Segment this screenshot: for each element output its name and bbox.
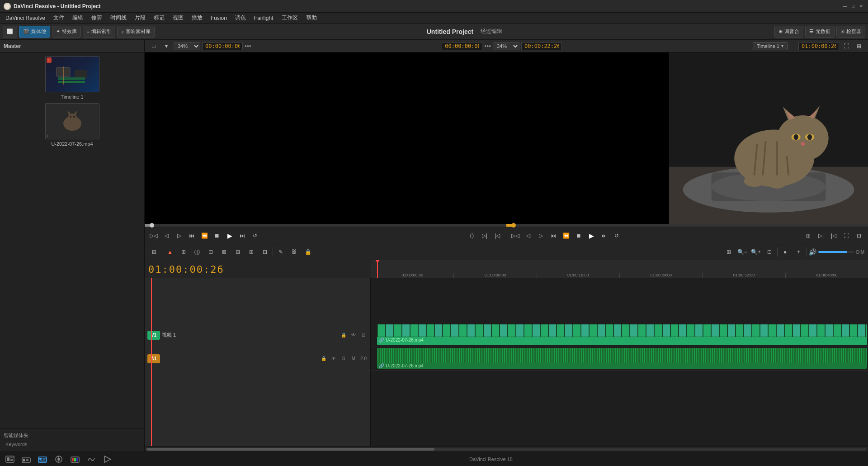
source-step-back[interactable]: ⏪ [199, 230, 210, 241]
tl-plus-btn[interactable]: + [793, 246, 805, 258]
source-extract-btn[interactable]: ⟨⟩ [467, 230, 477, 241]
effects-btn[interactable]: ✦ 特效库 [52, 26, 81, 38]
tl-slip-tool[interactable]: ⊠ [218, 246, 230, 258]
source-progress-handle[interactable] [150, 223, 154, 228]
program-play[interactable]: ▶ [586, 230, 597, 241]
program-stop[interactable]: ⏹ [573, 230, 584, 241]
v1-lock-btn[interactable]: 🔒 [340, 331, 348, 339]
source-stop[interactable]: ⏹ [212, 230, 222, 241]
tl-zoom-out[interactable]: 🔍− [736, 246, 748, 258]
tl-cursor-mode[interactable]: ● [779, 246, 791, 258]
source-progress-bar[interactable] [145, 224, 506, 227]
video-clip-v1[interactable]: 🔗 U-2022-07-26.mp4 [377, 324, 867, 345]
menu-edit[interactable]: 编辑 [69, 13, 87, 23]
a1-eye-btn[interactable]: 👁 [330, 355, 338, 363]
source-nav-right[interactable]: ▷ [174, 230, 184, 241]
statusbar-fairlight-icon[interactable] [85, 453, 98, 466]
edit-index-btn[interactable]: ≡ 编辑索引 [83, 26, 115, 38]
source-timecode-input[interactable] [202, 42, 243, 50]
tl-trim-tool[interactable]: ⊞ [178, 246, 189, 258]
source-in-out-btn[interactable]: ▷◁ [148, 230, 159, 241]
program-out-btn[interactable]: ⊞ [803, 230, 814, 241]
program-skip-back[interactable]: ⏮ [548, 230, 559, 241]
program-zoom-select[interactable]: 34%50%100% [493, 42, 519, 50]
tl-link-btn[interactable]: ⛓ [288, 246, 300, 258]
menu-timeline[interactable]: 时间线 [107, 13, 130, 23]
audio-clip-a1[interactable]: 🔗 U-2022-07-26.mp4 [377, 348, 867, 369]
inspector-btn[interactable]: ⊡ 检查器 [836, 26, 865, 38]
tl-edit-mode[interactable]: ✎ [275, 246, 287, 258]
maximize-button[interactable]: □ [850, 3, 856, 10]
source-monitor-type-btn[interactable]: □ [148, 41, 159, 52]
tl-blade-tool[interactable]: ⊡ [205, 246, 217, 258]
program-more-btn[interactable]: ••• [484, 43, 491, 50]
statusbar-color-icon[interactable] [69, 453, 81, 466]
tl-select-tool[interactable]: ▲ [164, 246, 176, 258]
a1-s-btn[interactable]: S [340, 355, 348, 363]
minimize-button[interactable]: — [842, 3, 848, 10]
media-item-timeline[interactable]: T Timeline 1 [4, 56, 141, 100]
menu-workspace[interactable]: 工作区 [278, 13, 302, 23]
menu-help[interactable]: 帮助 [302, 13, 321, 23]
program-progress-handle[interactable] [511, 223, 516, 228]
source-first-frame[interactable]: |◁ [492, 230, 503, 241]
a1-lock-btn[interactable]: 🔒 [320, 355, 328, 363]
window-controls[interactable]: — □ ✕ [842, 3, 864, 10]
program-layout-btn[interactable]: ⊡ [854, 230, 864, 241]
menu-color[interactable]: 调色 [231, 13, 250, 23]
program-first-frame[interactable]: |◁ [828, 230, 839, 241]
menu-mark[interactable]: 标记 [150, 13, 168, 23]
statusbar-media-icon[interactable] [4, 453, 16, 466]
tl-zoom-fit[interactable]: ⊞ [723, 246, 735, 258]
mixer-btn[interactable]: ⊞ 调音台 [774, 26, 803, 38]
program-nav-left[interactable]: ◁ [523, 230, 533, 241]
program-next-frame[interactable]: ▷| [816, 230, 826, 241]
menu-trim[interactable]: 修剪 [88, 13, 106, 23]
menu-fairlight[interactable]: Fairlight [250, 14, 277, 22]
fullscreen-btn[interactable]: ⛶ [841, 41, 852, 52]
tl-snap-btn[interactable]: ⊟ [148, 246, 160, 258]
menu-clip[interactable]: 片段 [131, 13, 149, 23]
statusbar-fusion-icon[interactable] [52, 453, 65, 466]
program-duration-input[interactable] [521, 42, 562, 50]
volume-slider[interactable] [818, 251, 854, 253]
scrollbar-track[interactable] [146, 448, 866, 451]
tl-zoom-tool[interactable]: ⊡ [764, 246, 775, 258]
program-skip-fwd[interactable]: ⏭ [599, 230, 609, 241]
sound-library-btn[interactable]: ♪ 音响素材库 [117, 26, 155, 38]
scrollbar-thumb[interactable] [146, 448, 434, 451]
monitor-layout-btn[interactable]: ⊞ [854, 41, 864, 52]
menu-play[interactable]: 播放 [188, 13, 206, 23]
tl-dynamic-trim[interactable]: ⟨|⟩ [191, 246, 203, 258]
media-item-video[interactable]: ♪ U-2022-07-26.mp4 [4, 103, 141, 147]
source-loop[interactable]: ↺ [250, 230, 260, 241]
statusbar-edit-icon[interactable] [36, 453, 49, 466]
source-monitor-chevron[interactable]: ▾ [161, 41, 172, 52]
menu-davinci[interactable]: DaVinci Resolve [2, 14, 49, 22]
menu-file[interactable]: 文件 [50, 13, 68, 23]
close-button[interactable]: ✕ [858, 3, 864, 10]
program-timecode-input[interactable] [442, 42, 482, 50]
toolbar-new-btn[interactable]: ⬜ [3, 26, 17, 38]
program-fullscreen[interactable]: ⛶ [841, 230, 852, 241]
tl-ripple-tool[interactable]: ⊡ [259, 246, 271, 258]
a1-m-btn[interactable]: M [349, 355, 358, 363]
source-zoom-select[interactable]: 34%50%100% [174, 42, 200, 50]
source-skip-fwd[interactable]: ⏭ [237, 230, 248, 241]
menu-view[interactable]: 视图 [169, 13, 187, 23]
ruler-area[interactable]: 01:00:00:00 01:00:08:00 01:00:16:00 01:0… [371, 260, 868, 278]
program-loop[interactable]: ↺ [611, 230, 622, 241]
media-pool-btn[interactable]: 🎬 媒体池 [19, 26, 50, 38]
source-nav-left[interactable]: ◁ [161, 230, 172, 241]
meta-btn[interactable]: ☰ 元数据 [805, 26, 835, 38]
v1-eye-btn[interactable]: 👁 [349, 331, 358, 339]
timeline-selector[interactable]: Timeline 1 ▾ [753, 42, 788, 50]
tl-zoom-in[interactable]: 🔍+ [750, 246, 762, 258]
statusbar-cut-icon[interactable] [20, 453, 33, 466]
program-in-out-btn[interactable]: ▷◁ [510, 230, 521, 241]
a1-vol-btn[interactable]: 2.0 [359, 355, 368, 363]
source-next-frame[interactable]: ▷| [479, 230, 490, 241]
tl-roll-tool[interactable]: ⊞ [245, 246, 257, 258]
tl-lock-btn[interactable]: 🔒 [302, 246, 314, 258]
menu-fusion[interactable]: Fusion [207, 14, 231, 22]
